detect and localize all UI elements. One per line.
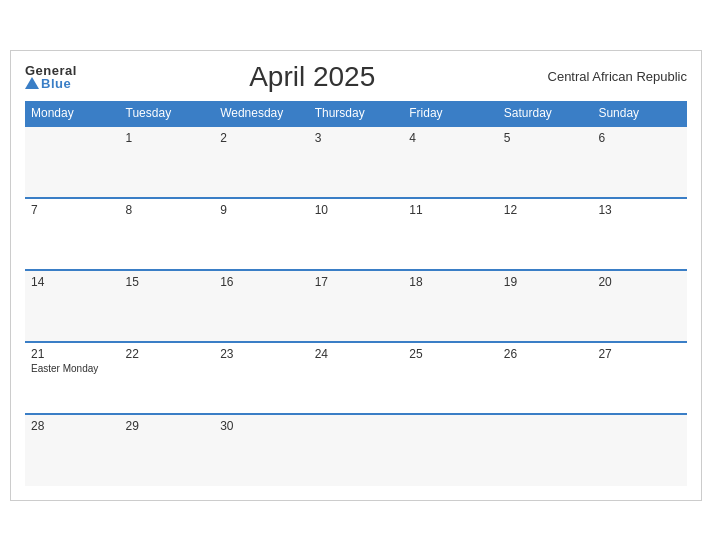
header-tuesday: Tuesday [120,101,215,126]
day-number: 21 [31,347,114,361]
day-number: 28 [31,419,114,433]
logo: General Blue [25,64,77,90]
calendar-body: 123456789101112131415161718192021Easter … [25,126,687,486]
calendar-cell-w4-d3: 23 [214,342,309,414]
header-wednesday: Wednesday [214,101,309,126]
day-number: 4 [409,131,492,145]
day-number: 23 [220,347,303,361]
calendar-cell-w3-d7: 20 [592,270,687,342]
day-number: 1 [126,131,209,145]
day-number: 20 [598,275,681,289]
calendar-cell-w4-d2: 22 [120,342,215,414]
calendar-container: General Blue April 2025 Central African … [10,50,702,501]
logo-blue-text: Blue [25,77,77,90]
day-number: 7 [31,203,114,217]
calendar-cell-w4-d6: 26 [498,342,593,414]
calendar-cell-w5-d1: 28 [25,414,120,486]
calendar-cell-w3-d1: 14 [25,270,120,342]
calendar-cell-w5-d5 [403,414,498,486]
calendar-cell-w1-d1 [25,126,120,198]
calendar-cell-w1-d6: 5 [498,126,593,198]
calendar-cell-w1-d3: 2 [214,126,309,198]
logo-triangle-icon [25,77,39,89]
calendar-header: General Blue April 2025 Central African … [25,61,687,93]
day-number: 27 [598,347,681,361]
calendar-cell-w3-d2: 15 [120,270,215,342]
day-number: 26 [504,347,587,361]
week-row-5: 282930 [25,414,687,486]
header-monday: Monday [25,101,120,126]
day-number: 6 [598,131,681,145]
header-thursday: Thursday [309,101,404,126]
calendar-cell-w2-d6: 12 [498,198,593,270]
weekday-header-row: Monday Tuesday Wednesday Thursday Friday… [25,101,687,126]
calendar-cell-w1-d2: 1 [120,126,215,198]
day-number: 25 [409,347,492,361]
day-number: 30 [220,419,303,433]
day-number: 12 [504,203,587,217]
calendar-cell-w3-d4: 17 [309,270,404,342]
calendar-cell-w3-d3: 16 [214,270,309,342]
day-number: 18 [409,275,492,289]
calendar-cell-w4-d1: 21Easter Monday [25,342,120,414]
day-number: 24 [315,347,398,361]
day-number: 8 [126,203,209,217]
calendar-cell-w5-d4 [309,414,404,486]
calendar-cell-w2-d7: 13 [592,198,687,270]
day-number: 29 [126,419,209,433]
calendar-cell-w4-d7: 27 [592,342,687,414]
week-row-3: 14151617181920 [25,270,687,342]
calendar-cell-w4-d5: 25 [403,342,498,414]
calendar-title: April 2025 [249,61,375,93]
day-number: 17 [315,275,398,289]
week-row-2: 78910111213 [25,198,687,270]
day-number: 10 [315,203,398,217]
day-number: 19 [504,275,587,289]
calendar-cell-w5-d6 [498,414,593,486]
day-number: 2 [220,131,303,145]
day-number: 9 [220,203,303,217]
day-number: 5 [504,131,587,145]
header-sunday: Sunday [592,101,687,126]
calendar-cell-w5-d3: 30 [214,414,309,486]
day-number: 22 [126,347,209,361]
calendar-cell-w2-d3: 9 [214,198,309,270]
day-number: 3 [315,131,398,145]
calendar-cell-w3-d5: 18 [403,270,498,342]
calendar-cell-w2-d4: 10 [309,198,404,270]
calendar-cell-w2-d2: 8 [120,198,215,270]
calendar-cell-w2-d1: 7 [25,198,120,270]
day-number: 15 [126,275,209,289]
calendar-cell-w1-d4: 3 [309,126,404,198]
day-event: Easter Monday [31,363,114,374]
week-row-1: 123456 [25,126,687,198]
logo-general-text: General [25,64,77,77]
day-number: 13 [598,203,681,217]
calendar-cell-w5-d7 [592,414,687,486]
calendar-cell-w5-d2: 29 [120,414,215,486]
header-friday: Friday [403,101,498,126]
day-number: 16 [220,275,303,289]
header-saturday: Saturday [498,101,593,126]
calendar-region: Central African Republic [548,69,687,84]
calendar-grid: Monday Tuesday Wednesday Thursday Friday… [25,101,687,486]
calendar-cell-w4-d4: 24 [309,342,404,414]
day-number: 14 [31,275,114,289]
calendar-cell-w1-d5: 4 [403,126,498,198]
day-number: 11 [409,203,492,217]
calendar-cell-w3-d6: 19 [498,270,593,342]
calendar-cell-w2-d5: 11 [403,198,498,270]
calendar-cell-w1-d7: 6 [592,126,687,198]
week-row-4: 21Easter Monday222324252627 [25,342,687,414]
